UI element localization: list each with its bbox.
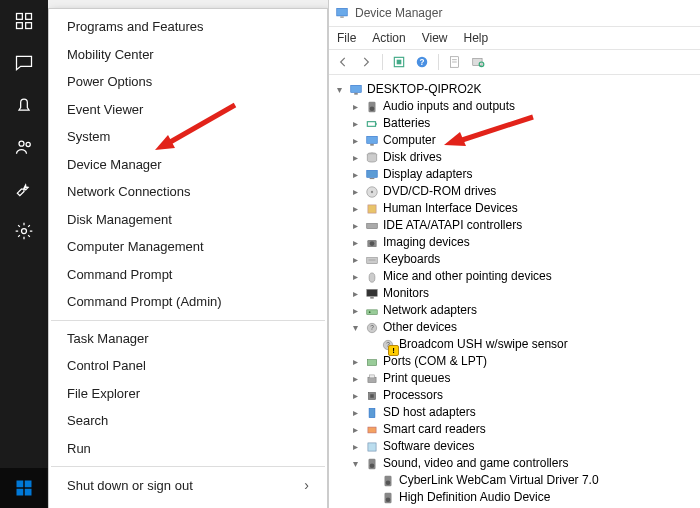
ctx-item[interactable]: Power Options [49,68,327,96]
wrench-icon[interactable] [0,168,48,210]
chat-icon[interactable] [0,42,48,84]
tree-node[interactable]: ▸SD host adapters [333,404,696,421]
tree-node[interactable]: ▸CyberLink WebCam Virtual Driver 7.0 [333,472,696,489]
tree-toggle[interactable]: ▸ [349,302,361,319]
tree-node[interactable]: ▸Mice and other pointing devices [333,268,696,285]
tree-node[interactable]: ▸Keyboards [333,251,696,268]
tree-node[interactable]: ▸Software devices [333,438,696,455]
tree-node[interactable]: ▾Sound, video and game controllers [333,455,696,472]
tree-node[interactable]: ▸Network adapters [333,302,696,319]
svg-rect-55 [369,408,375,417]
tree-node[interactable]: ▸Audio inputs and outputs [333,98,696,115]
net-icon [364,303,380,319]
tree-toggle[interactable]: ▸ [349,217,361,234]
ctx-item-label: Search [67,411,108,431]
device-manager-window: Device Manager FileActionViewHelp ? ▾DES… [328,0,700,508]
ctx-item[interactable]: Computer Management [49,233,327,261]
tree-node[interactable]: ▸DVD/CD-ROM drives [333,183,696,200]
tree-toggle[interactable]: ▸ [349,200,361,217]
device-tree[interactable]: ▾DESKTOP-QIPRO2K▸Audio inputs and output… [329,75,700,508]
tree-node[interactable]: ▸Batteries [333,115,696,132]
tree-toggle[interactable]: ▾ [333,81,345,98]
tree-toggle[interactable]: ▸ [349,438,361,455]
tree-node[interactable]: ▸Computer [333,132,696,149]
tree-toggle[interactable]: ▾ [349,455,361,472]
svg-rect-10 [25,489,32,496]
tree-node[interactable]: ▸Display adapters [333,166,696,183]
dashboard-icon[interactable] [0,0,48,42]
tree-toggle[interactable]: ▸ [349,421,361,438]
tree-node[interactable]: ▸Human Interface Devices [333,200,696,217]
properties-button[interactable] [445,52,465,72]
ctx-item[interactable]: Desktop [49,500,327,508]
svg-point-45 [369,311,371,313]
menu-item[interactable]: Help [464,31,489,45]
battery-icon [364,116,380,132]
tree-node[interactable]: ▸Imaging devices [333,234,696,251]
tree-toggle[interactable]: ▸ [349,234,361,251]
ctx-item[interactable]: Control Panel [49,352,327,380]
disk-icon [364,150,380,166]
gear-icon[interactable] [0,210,48,252]
tree-node-label: Smart card readers [383,421,486,438]
sd-icon [364,405,380,421]
forward-button[interactable] [356,52,376,72]
people-icon[interactable] [0,126,48,168]
ctx-item[interactable]: File Explorer [49,380,327,408]
menu-item[interactable]: Action [372,31,405,45]
back-button[interactable] [333,52,353,72]
tree-toggle[interactable]: ▸ [349,387,361,404]
tree-toggle[interactable]: ▸ [349,166,361,183]
tree-node[interactable]: ▸Processors [333,387,696,404]
ctx-item[interactable]: Programs and Features [49,13,327,41]
tree-node[interactable]: ▸Monitors [333,285,696,302]
tree-toggle[interactable]: ▸ [349,132,361,149]
tree-node[interactable]: ▸IDE ATA/ATAPI controllers [333,217,696,234]
ctx-item[interactable]: Device Manager [49,151,327,179]
tree-node[interactable]: ▾?Other devices [333,319,696,336]
ctx-item[interactable]: Shut down or sign out› [49,471,327,500]
ctx-item[interactable]: Run [49,435,327,463]
ctx-item[interactable]: System [49,123,327,151]
tree-node[interactable]: ▸Disk drives [333,149,696,166]
svg-rect-8 [25,481,32,488]
ctx-item[interactable]: Event Viewer [49,96,327,124]
toolbar: ? [329,50,700,75]
show-hidden-button[interactable] [389,52,409,72]
tree-toggle[interactable]: ▸ [349,268,361,285]
tree-toggle[interactable]: ▸ [349,285,361,302]
tree-toggle[interactable]: ▸ [349,115,361,132]
menu-item[interactable]: View [422,31,448,45]
tree-toggle[interactable]: ▾ [349,319,361,336]
help-button[interactable]: ? [412,52,432,72]
menu-item[interactable]: File [337,31,356,45]
tree-toggle[interactable]: ▸ [349,370,361,387]
tree-node[interactable]: ▸Smart card readers [333,421,696,438]
tree-node-label: IDE ATA/ATAPI controllers [383,217,522,234]
ctx-item[interactable]: Command Prompt [49,261,327,289]
start-button[interactable] [0,468,48,508]
tree-node-label: Network adapters [383,302,477,319]
scan-button[interactable] [468,52,488,72]
ctx-item[interactable]: Command Prompt (Admin) [49,288,327,316]
ctx-item[interactable]: Search [49,407,327,435]
ctx-item[interactable]: Network Connections [49,178,327,206]
tree-toggle[interactable]: ▸ [349,98,361,115]
tree-node[interactable]: ▸High Definition Audio Device [333,489,696,506]
tree-toggle[interactable]: ▸ [349,353,361,370]
tree-node[interactable]: ▸Print queues [333,370,696,387]
ctx-item[interactable]: Mobility Center [49,41,327,69]
svg-point-41 [369,272,375,281]
svg-rect-27 [376,122,377,124]
tree-toggle[interactable]: ▸ [349,404,361,421]
ctx-item[interactable]: Task Manager [49,325,327,353]
tree-toggle[interactable]: ▸ [349,149,361,166]
bell-icon[interactable] [0,84,48,126]
tree-node[interactable]: ▸Ports (COM & LPT) [333,353,696,370]
ctx-item[interactable]: Disk Management [49,206,327,234]
tree-toggle[interactable]: ▸ [349,183,361,200]
svg-rect-44 [367,309,378,314]
tree-node[interactable]: ▸?Broadcom USH w/swipe sensor [333,336,696,353]
tree-toggle[interactable]: ▸ [349,251,361,268]
tree-node[interactable]: ▾DESKTOP-QIPRO2K [333,81,696,98]
